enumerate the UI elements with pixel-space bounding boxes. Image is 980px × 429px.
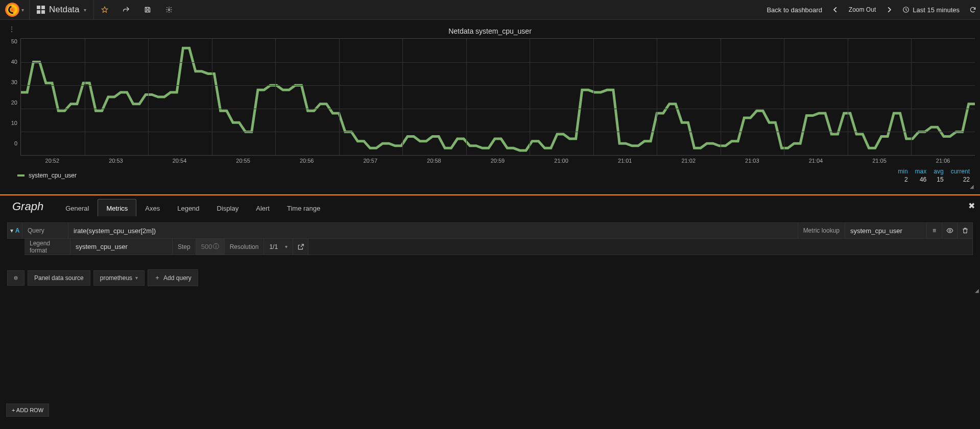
plus-icon: ＋ bbox=[154, 273, 160, 282]
tab-alert[interactable]: Alert bbox=[247, 199, 278, 216]
editor-resize-handle[interactable]: ◢ bbox=[975, 288, 979, 293]
legend-current-header: current bbox=[951, 168, 970, 175]
tab-time-range[interactable]: Time range bbox=[278, 199, 329, 216]
star-button[interactable] bbox=[94, 0, 115, 19]
back-to-dashboard-link[interactable]: Back to dashboard bbox=[760, 0, 828, 19]
query-row-a: ▾ A Query Metric lookup ≡ bbox=[7, 222, 973, 239]
settings-button[interactable] bbox=[158, 0, 180, 19]
legend-color-swatch[interactable] bbox=[17, 174, 25, 176]
legend-format-input-wrap[interactable] bbox=[70, 239, 173, 255]
legend-series-name[interactable]: system_cpu_user bbox=[29, 172, 77, 179]
time-back-button[interactable] bbox=[828, 0, 843, 19]
legend-max-header: max bbox=[915, 168, 927, 175]
query-input[interactable] bbox=[74, 227, 793, 235]
panel-datasource-label: Panel data source bbox=[28, 270, 90, 286]
time-forward-button[interactable] bbox=[882, 0, 896, 19]
share-icon bbox=[123, 6, 130, 13]
navbar: ▾ Netdata ▾ Back to dashboard Zoom Out L… bbox=[0, 0, 980, 20]
svg-point-0 bbox=[168, 9, 170, 11]
panel-datasource-select[interactable]: prometheus ▾ bbox=[93, 270, 145, 286]
query-row-a-options: Legend format Step ⓘ Resolution 1/1 ▾ bbox=[7, 239, 973, 255]
svg-point-2 bbox=[949, 230, 951, 232]
query-collapse-toggle[interactable]: ▾ A bbox=[7, 222, 22, 239]
legend-min-header: min bbox=[898, 168, 907, 175]
resolution-select-wrap[interactable]: 1/1 ▾ bbox=[264, 239, 293, 255]
svg-point-3 bbox=[14, 276, 17, 277]
chevron-right-icon bbox=[886, 6, 893, 13]
dashboard-grid-icon bbox=[37, 6, 45, 14]
add-query-button[interactable]: ＋ Add query bbox=[148, 269, 198, 286]
dashboard-picker[interactable]: Netdata ▾ bbox=[30, 0, 94, 19]
eye-icon bbox=[946, 227, 953, 234]
panel-title: Netdata system_cpu_user bbox=[5, 25, 975, 38]
tab-metrics[interactable]: Metrics bbox=[98, 199, 136, 216]
y-axis: 50403020100 bbox=[5, 38, 20, 156]
query-toggle-visibility-button[interactable] bbox=[942, 222, 958, 239]
metric-lookup-label: Metric lookup bbox=[798, 222, 845, 239]
save-button[interactable] bbox=[137, 0, 158, 19]
legend-min-value: 2 bbox=[898, 176, 907, 183]
legend-avg-header: avg bbox=[934, 168, 943, 175]
tab-legend[interactable]: Legend bbox=[169, 199, 208, 216]
tab-general[interactable]: General bbox=[57, 199, 98, 216]
tab-display[interactable]: Display bbox=[208, 199, 248, 216]
query-label: Query bbox=[22, 222, 68, 239]
query-menu-button[interactable]: ≡ bbox=[927, 222, 942, 239]
trash-icon bbox=[962, 227, 969, 234]
legend-format-input[interactable] bbox=[76, 243, 167, 250]
panel-menu-button[interactable]: ⋮ bbox=[8, 25, 15, 33]
query-delete-button[interactable] bbox=[958, 222, 973, 239]
info-icon[interactable]: ⓘ bbox=[213, 242, 219, 251]
clock-icon bbox=[902, 6, 910, 13]
legend-current-value: 22 bbox=[951, 176, 970, 183]
add-row-button[interactable]: + ADD ROW bbox=[6, 403, 49, 417]
save-icon bbox=[144, 6, 151, 13]
share-button[interactable] bbox=[115, 0, 137, 19]
metric-lookup-input[interactable] bbox=[850, 227, 921, 235]
tab-axes[interactable]: Axes bbox=[136, 199, 169, 216]
editor-title: Graph bbox=[7, 200, 54, 216]
database-icon bbox=[14, 274, 18, 282]
star-icon bbox=[101, 6, 108, 13]
time-range-picker[interactable]: Last 15 minutes bbox=[896, 0, 966, 19]
metric-lookup-input-wrap[interactable] bbox=[845, 222, 927, 239]
panel-datasource-options-button[interactable] bbox=[7, 270, 25, 286]
refresh-icon bbox=[969, 6, 976, 13]
legend-avg-value: 15 bbox=[934, 176, 943, 183]
grafana-logo-menu[interactable]: ▾ bbox=[0, 0, 30, 19]
panel-editor: ✖ Graph GeneralMetricsAxesLegendDisplayA… bbox=[0, 195, 980, 295]
legend-format-label: Legend format bbox=[25, 239, 70, 255]
zoom-out-button[interactable]: Zoom Out bbox=[843, 0, 882, 19]
editor-tabs: GeneralMetricsAxesLegendDisplayAlertTime… bbox=[57, 199, 329, 216]
dashboard-name: Netdata bbox=[49, 5, 80, 15]
graph-panel: ⋮ Netdata system_cpu_user 50403020100 20… bbox=[5, 25, 975, 185]
external-link-icon bbox=[297, 243, 304, 250]
chart-plot-area[interactable] bbox=[20, 38, 975, 156]
chevron-left-icon bbox=[832, 6, 839, 13]
resolution-label: Resolution bbox=[225, 239, 265, 255]
step-input[interactable] bbox=[201, 243, 212, 250]
refresh-button[interactable] bbox=[966, 0, 980, 19]
editor-close-button[interactable]: ✖ bbox=[968, 201, 975, 211]
step-input-wrap[interactable]: ⓘ bbox=[196, 239, 225, 255]
grafana-logo-icon bbox=[5, 3, 19, 17]
gear-icon bbox=[165, 6, 173, 13]
legend-max-value: 46 bbox=[915, 176, 927, 183]
x-axis: 20:5220:5320:5420:5520:5620:5720:5820:59… bbox=[5, 156, 975, 164]
query-input-wrap[interactable] bbox=[68, 222, 798, 239]
step-label: Step bbox=[173, 239, 196, 255]
panel-resize-handle[interactable]: ◢ bbox=[970, 184, 974, 189]
query-link-button[interactable] bbox=[293, 239, 308, 255]
